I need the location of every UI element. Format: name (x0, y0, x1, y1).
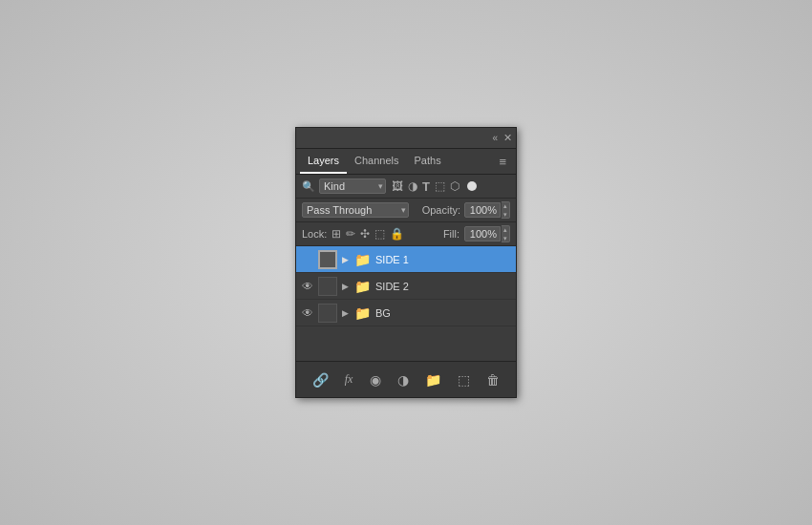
opacity-input[interactable] (464, 202, 501, 218)
fill-down-arrow[interactable]: ▾ (502, 234, 509, 242)
layer-folder-icon: 📁 (354, 305, 371, 321)
blend-row: Pass Through Normal Dissolve Multiply Sc… (296, 199, 516, 222)
title-bar: « ✕ (296, 128, 516, 149)
tab-channels[interactable]: Channels (347, 149, 406, 174)
tab-paths[interactable]: Paths (407, 149, 449, 174)
delete-icon[interactable]: 🗑 (482, 370, 503, 389)
tab-layers[interactable]: Layers (300, 149, 347, 174)
lock-all-icon[interactable]: 🔒 (390, 227, 404, 241)
filter-adjustment-icon[interactable]: ◑ (408, 179, 417, 193)
layer-name: BG (375, 307, 512, 319)
fill-label: Fill: (443, 228, 459, 240)
link-icon[interactable]: 🔗 (309, 370, 332, 389)
bottom-toolbar: 🔗 fx ◉ ◑ 📁 ⬚ 🗑 (296, 361, 516, 397)
lock-icons: ⊞ ✏ ✣ ⬚ 🔒 (331, 227, 404, 241)
layers-panel: « ✕ Layers Channels Paths ≡ 🔍 Kind Name … (295, 127, 517, 398)
fill-up-arrow[interactable]: ▴ (502, 225, 509, 234)
tabs-bar: Layers Channels Paths ≡ (296, 149, 516, 175)
layer-item[interactable]: 👁 ▶ 📁 BG (296, 300, 516, 326)
blend-mode-wrapper: Pass Through Normal Dissolve Multiply Sc… (302, 202, 409, 218)
collapse-icon[interactable]: « (492, 133, 498, 143)
kind-select[interactable]: Kind Name Effect Mode Attribute Color (319, 178, 386, 194)
filter-image-icon[interactable]: 🖼 (392, 179, 403, 193)
kind-select-wrapper: Kind Name Effect Mode Attribute Color (319, 178, 386, 194)
close-icon[interactable]: ✕ (503, 132, 512, 144)
search-icon: 🔍 (302, 180, 315, 193)
layer-item[interactable]: ▶ 📁 SIDE 1 (296, 246, 516, 273)
filter-smart-icon[interactable]: ⬡ (450, 179, 459, 193)
opacity-down-arrow[interactable]: ▾ (502, 210, 509, 219)
layer-expand-icon[interactable]: ▶ (340, 308, 350, 318)
fill-input[interactable] (464, 226, 501, 242)
layer-thumbnail (318, 304, 337, 323)
panel-menu-icon[interactable]: ≡ (493, 151, 512, 173)
filter-type-icon[interactable]: T (422, 179, 430, 194)
layer-thumbnail (318, 277, 337, 296)
filter-icons: 🖼 ◑ T ⬚ ⬡ (392, 179, 459, 194)
layer-visibility-icon[interactable]: 👁 (300, 306, 315, 320)
blend-mode-select[interactable]: Pass Through Normal Dissolve Multiply Sc… (302, 202, 409, 218)
lock-label: Lock: (302, 228, 327, 240)
layer-folder-icon: 📁 (354, 279, 371, 294)
layer-folder-icon: 📁 (354, 252, 371, 267)
filter-row: 🔍 Kind Name Effect Mode Attribute Color … (296, 175, 516, 199)
lock-draw-icon[interactable]: ✏ (346, 227, 355, 241)
filter-shape-icon[interactable]: ⬚ (435, 179, 445, 193)
filter-toggle-dot[interactable] (467, 181, 477, 191)
layer-item[interactable]: 👁 ▶ 📁 SIDE 2 (296, 273, 516, 300)
fx-icon[interactable]: fx (341, 370, 357, 388)
adjustment-icon[interactable]: ◑ (394, 370, 413, 389)
layer-expand-icon[interactable]: ▶ (340, 255, 350, 264)
artboard-new-icon[interactable]: ⬚ (454, 370, 474, 389)
lock-pixels-icon[interactable]: ⊞ (331, 227, 341, 241)
layer-visibility-icon[interactable]: 👁 (300, 280, 315, 293)
layer-expand-icon[interactable]: ▶ (340, 282, 350, 291)
opacity-up-arrow[interactable]: ▴ (502, 201, 509, 210)
lock-row: Lock: ⊞ ✏ ✣ ⬚ 🔒 Fill: ▴ ▾ (296, 222, 516, 246)
layer-name: SIDE 1 (375, 254, 512, 265)
mask-icon[interactable]: ◉ (366, 370, 385, 389)
opacity-field: ▴ ▾ (464, 201, 510, 219)
folder-new-icon[interactable]: 📁 (421, 370, 445, 389)
layer-name: SIDE 2 (375, 281, 512, 292)
opacity-label: Opacity: (422, 204, 460, 216)
lock-move-icon[interactable]: ✣ (360, 227, 370, 241)
layers-list: ▶ 📁 SIDE 1 👁 ▶ 📁 SIDE 2 👁 ▶ 📁 BG (296, 246, 516, 361)
layer-thumbnail (318, 250, 337, 269)
opacity-arrows[interactable]: ▴ ▾ (502, 201, 510, 219)
lock-artboard-icon[interactable]: ⬚ (374, 227, 385, 241)
fill-field: ▴ ▾ (464, 225, 510, 242)
fill-arrows[interactable]: ▴ ▾ (502, 225, 510, 242)
